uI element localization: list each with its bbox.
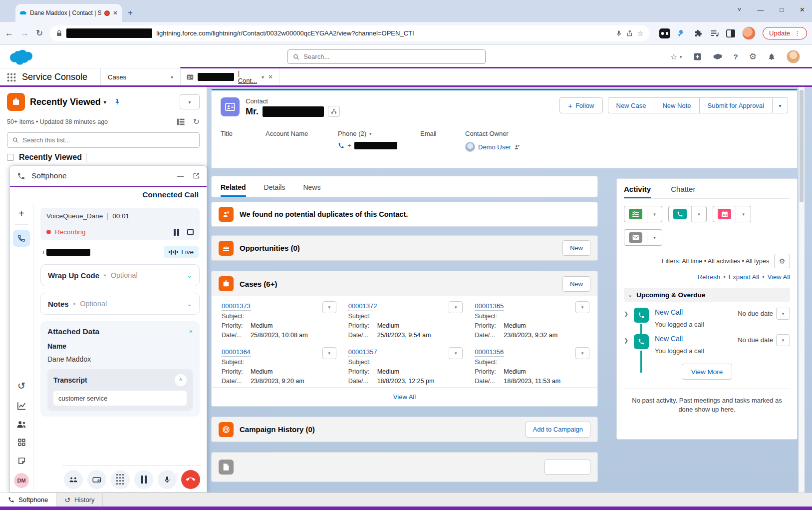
list-search-input[interactable] (22, 136, 194, 144)
tab-activity[interactable]: Activity (624, 185, 651, 198)
case-row-menu-button[interactable]: ▾ (322, 347, 336, 359)
new-case-button[interactable]: New Case (608, 97, 654, 113)
pause-recording-icon[interactable] (174, 229, 179, 236)
add-to-campaign-button[interactable]: Add to Campaign (526, 422, 590, 438)
pin-icon[interactable] (113, 98, 121, 106)
notes-chevron-icon[interactable]: ⌄ (187, 300, 192, 308)
case-link[interactable]: 00001356 (475, 348, 504, 357)
window-minimize-icon[interactable]: — (757, 6, 764, 13)
email-button[interactable] (624, 230, 647, 245)
case-link[interactable]: 00001365 (475, 302, 504, 311)
timeline-item-link[interactable]: New Call (655, 308, 683, 316)
notifications-bell-icon[interactable] (768, 52, 776, 61)
case-row-menu-button[interactable]: ▾ (449, 301, 463, 313)
view-more-button[interactable]: View More (682, 364, 733, 380)
utility-tab-softphone[interactable]: Softphone (0, 493, 56, 507)
new-event-button[interactable] (713, 206, 736, 222)
back-icon[interactable]: ← (5, 28, 13, 38)
global-search[interactable] (287, 49, 486, 64)
phone-value[interactable]: + (338, 142, 397, 149)
log-call-button[interactable] (669, 206, 692, 222)
address-bar[interactable]: lightning.force.com/lightning/r/Contact/… (50, 25, 649, 41)
campaign-title[interactable]: Campaign History (0) (240, 425, 315, 434)
cases-view-all-link[interactable]: View All (393, 393, 416, 401)
more-actions-button[interactable]: ▾ (772, 97, 788, 113)
cases-title[interactable]: Cases (6+) (240, 280, 277, 288)
browser-tab[interactable]: Dane Maddox | Contact | Sal ✕ (15, 4, 122, 22)
contacts-icon[interactable] (16, 420, 26, 428)
list-search-box[interactable] (7, 132, 200, 148)
case-row-menu-button[interactable]: ▾ (575, 301, 589, 313)
case-row-menu-button[interactable]: ▾ (449, 347, 463, 359)
scrollbar-thumb[interactable] (800, 90, 804, 202)
favorites-star-icon[interactable]: ☆▾ (670, 52, 682, 61)
tab-chatter[interactable]: Chatter (671, 185, 695, 198)
live-transcription-chip[interactable]: Live (164, 246, 199, 258)
new-tab-button[interactable]: + (128, 8, 133, 18)
case-link[interactable]: 00001357 (348, 348, 377, 357)
user-avatar[interactable] (787, 50, 800, 63)
app-launcher-icon[interactable] (7, 73, 16, 82)
opportunities-title[interactable]: Opportunities (0) (240, 244, 300, 252)
tab-details[interactable]: Details (264, 183, 285, 197)
owner-link[interactable]: Demo User (478, 143, 511, 151)
transcript-value[interactable]: customer service (53, 391, 187, 406)
timeline-item-link[interactable]: New Call (655, 335, 683, 343)
expand-chevron-icon[interactable]: ❯ (624, 311, 634, 317)
log-call-dropdown-icon[interactable]: ▾ (692, 206, 706, 222)
reload-icon[interactable]: ↻ (36, 28, 43, 38)
conference-button[interactable] (64, 470, 83, 489)
attached-data-collapse-icon[interactable]: ˄ (189, 328, 193, 336)
list-partial-row[interactable]: Recently Viewed (7, 153, 200, 162)
case-row-menu-button[interactable]: ▾ (322, 301, 336, 313)
clipped-card-button[interactable] (544, 460, 590, 475)
timeline-item-menu-button[interactable]: ▾ (776, 308, 790, 320)
nav-item-cases[interactable]: Cases ▾ (100, 68, 180, 85)
event-dropdown-icon[interactable]: ▾ (736, 206, 751, 222)
case-row-menu-button[interactable]: ▾ (575, 347, 589, 359)
share-icon[interactable] (626, 30, 633, 37)
help-icon[interactable]: ? (734, 52, 738, 61)
global-search-input[interactable] (303, 53, 480, 60)
case-link[interactable]: 00001373 (222, 302, 251, 311)
active-call-tab-icon[interactable] (13, 230, 30, 247)
tab-close-icon[interactable]: ✕ (268, 73, 273, 80)
hierarchy-button[interactable] (328, 106, 340, 117)
list-view-title[interactable]: Recently Viewed ▾ (30, 97, 106, 107)
bookmark-star-icon[interactable]: ☆ (637, 29, 644, 37)
wrapup-chevron-icon[interactable]: ⌄ (187, 272, 192, 279)
utility-tab-history[interactable]: ↺ History (56, 493, 103, 507)
profile-avatar[interactable] (742, 26, 756, 40)
org-cloud-icon[interactable] (713, 53, 723, 60)
row-checkbox[interactable] (7, 154, 14, 161)
task-dropdown-icon[interactable]: ▾ (647, 206, 662, 222)
agent-avatar[interactable]: DM (14, 473, 29, 488)
forward-icon[interactable]: → (20, 28, 29, 38)
hold-button[interactable] (134, 470, 153, 489)
wrap-up-code-section[interactable]: Wrap Up Code • Optional ⌄ (40, 264, 200, 286)
refresh-list-icon[interactable]: ↻ (193, 117, 200, 126)
tab-chevron-icon[interactable]: ▾ (262, 74, 264, 80)
workspace-tab-contact[interactable]: | Cont... ▾ ✕ (181, 68, 279, 85)
apps-grid-icon[interactable] (17, 438, 26, 447)
upcoming-overdue-header[interactable]: ⌄ Upcoming & Overdue (624, 288, 790, 302)
refresh-link[interactable]: Refresh (698, 273, 721, 281)
minimize-icon[interactable]: — (177, 172, 184, 180)
cases-new-button[interactable]: New (562, 276, 590, 292)
list-title-chevron-icon[interactable]: ▾ (104, 99, 106, 105)
window-close-icon[interactable]: ✕ (800, 6, 805, 13)
key-extension-icon[interactable] (677, 28, 687, 38)
voicemail-button[interactable] (87, 470, 106, 489)
end-call-button[interactable] (181, 470, 200, 489)
display-as-icon[interactable] (177, 118, 185, 125)
expand-chevron-icon[interactable]: ❯ (624, 337, 634, 344)
tab-close-icon[interactable]: ✕ (113, 9, 118, 16)
transcript-collapse-icon[interactable]: ˄ (175, 374, 187, 386)
change-owner-icon[interactable] (514, 144, 521, 150)
timeline-item-menu-button[interactable]: ▾ (776, 334, 790, 346)
opportunities-new-button[interactable]: New (562, 240, 590, 256)
email-dropdown-icon[interactable]: ▾ (647, 230, 662, 245)
case-link[interactable]: 00001372 (348, 302, 377, 311)
section-chevron-icon[interactable]: ⌄ (628, 292, 632, 298)
popout-icon[interactable] (193, 172, 200, 179)
